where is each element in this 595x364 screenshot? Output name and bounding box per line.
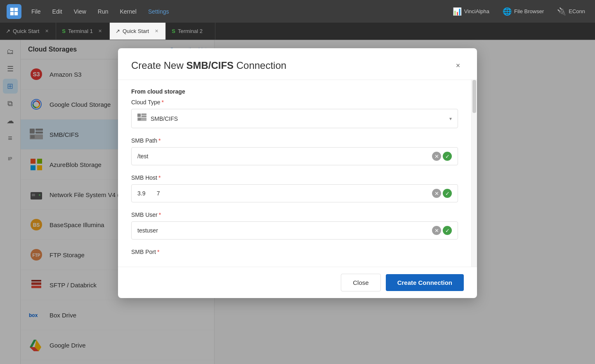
dialog-header: Create New SMB/CIFS Connection × [118, 48, 477, 80]
menu-view[interactable]: View [69, 6, 91, 17]
menu-bar: File Edit View Run Kernel Settings 📊 Vin… [0, 0, 595, 23]
tab-label-3: Terminal 2 [178, 28, 203, 34]
dialog-scroll: From cloud storage Cloud Type* [118, 80, 471, 267]
svg-rect-33 [142, 115, 146, 117]
cloud-type-select-icon [137, 113, 146, 124]
form-group-cloud-type: Cloud Type* [131, 99, 458, 128]
tab-icon-1: S [62, 28, 66, 34]
smb-user-input[interactable] [137, 227, 432, 234]
tab-close-2[interactable]: ✕ [153, 28, 160, 35]
dialog-title-prefix: Create New [131, 60, 186, 71]
smb-user-label: SMB User* [131, 211, 458, 218]
smb-path-confirm-button[interactable]: ✓ [443, 152, 452, 161]
econn-icon: 🔌 [557, 7, 566, 16]
dialog-title-suffix: Connection [234, 60, 286, 71]
tab-label-0: Quick Start [13, 28, 39, 34]
dialog-body: From cloud storage Cloud Type* [118, 80, 477, 267]
app-icon [7, 4, 21, 19]
smb-path-label: SMB Path* [131, 137, 458, 144]
econn-button[interactable]: 🔌 EConn [554, 5, 588, 18]
tab-close-1[interactable]: ✕ [97, 28, 104, 35]
econn-label: EConn [569, 8, 585, 14]
dialog-overlay: Create New SMB/CIFS Connection × From cl… [0, 40, 595, 364]
svg-rect-32 [142, 113, 146, 115]
vinci-alpha-button[interactable]: 📊 VinciAlpha [449, 5, 493, 18]
tab-close-0[interactable]: ✕ [43, 28, 50, 35]
menu-settings[interactable]: Settings [143, 6, 174, 17]
svg-rect-3 [14, 12, 18, 15]
tab-label-2: Quick Start [123, 28, 149, 34]
tab-bar: ↗ Quick Start ✕ S Terminal 1 ✕ ↗ Quick S… [0, 23, 595, 40]
file-browser-label: File Browser [514, 8, 544, 14]
tab-icon-0: ↗ [6, 28, 10, 34]
svg-rect-2 [10, 12, 14, 15]
tab-icon-3: S [172, 28, 175, 34]
smb-user-field: ✕ ✓ [131, 221, 458, 240]
tab-terminal-2[interactable]: S Terminal 2 [166, 23, 215, 40]
smb-host-field: ✕ ✓ [131, 184, 458, 202]
vinci-alpha-icon: 📊 [453, 7, 462, 16]
svg-rect-31 [137, 113, 141, 117]
cloud-type-label: Cloud Type* [131, 99, 458, 106]
tab-quick-start-1[interactable]: ↗ Quick Start ✕ [0, 23, 56, 40]
smb-user-clear-button[interactable]: ✕ [432, 226, 441, 235]
smb-host-label: SMB Host* [131, 174, 458, 181]
create-connection-button[interactable]: Create Connection [386, 274, 464, 291]
vinci-alpha-label: VinciAlpha [464, 8, 489, 14]
svg-rect-0 [10, 7, 14, 11]
svg-rect-1 [14, 7, 18, 11]
cloud-type-select[interactable]: SMB/CIFS ▾ [131, 109, 458, 128]
menu-run[interactable]: Run [93, 6, 113, 17]
menu-file[interactable]: File [26, 6, 46, 17]
create-connection-dialog: Create New SMB/CIFS Connection × From cl… [118, 48, 477, 298]
dialog-title-bold: SMB/CIFS [186, 60, 234, 71]
dialog-title: Create New SMB/CIFS Connection [131, 60, 286, 71]
file-browser-button[interactable]: 🌐 File Browser [499, 5, 547, 18]
menu-kernel[interactable]: Kernel [115, 6, 141, 17]
menu-right: 📊 VinciAlpha 🌐 File Browser 🔌 EConn [449, 5, 588, 18]
svg-rect-35 [138, 118, 141, 120]
dialog-close-button[interactable]: × [452, 60, 464, 71]
smb-host-confirm-button[interactable]: ✓ [443, 189, 452, 198]
smb-port-label: SMB Port* [131, 249, 458, 255]
smb-path-actions: ✕ ✓ [432, 152, 452, 161]
chevron-down-icon: ▾ [449, 116, 452, 122]
tab-icon-2: ↗ [116, 28, 120, 34]
close-button[interactable]: Close [341, 274, 380, 291]
form-group-smb-user: SMB User* ✕ ✓ [131, 211, 458, 240]
tab-quick-start-2[interactable]: ↗ Quick Start ✕ [110, 23, 166, 40]
form-group-smb-path: SMB Path* ✕ ✓ [131, 137, 458, 165]
main-content: 🗂 ☰ ⊞ ⧉ ☁ ≡ IP Cloud Storages Connection… [0, 40, 595, 364]
scrollbar-thumb [472, 80, 476, 113]
file-browser-icon: 🌐 [503, 7, 512, 16]
dialog-footer: Close Create Connection [118, 267, 477, 298]
menu-edit[interactable]: Edit [47, 6, 67, 17]
form-group-smb-port: SMB Port* [131, 249, 458, 255]
smb-host-clear-button[interactable]: ✕ [432, 189, 441, 198]
from-cloud-label: From cloud storage [131, 80, 458, 99]
smb-user-confirm-button[interactable]: ✓ [443, 226, 452, 235]
tab-label-1: Terminal 1 [68, 28, 93, 34]
tab-terminal-1[interactable]: S Terminal 1 ✕ [56, 23, 110, 40]
dialog-scrollbar[interactable] [471, 80, 477, 267]
smb-user-actions: ✕ ✓ [432, 226, 452, 235]
form-group-smb-host: SMB Host* ✕ ✓ [131, 174, 458, 202]
smb-host-input[interactable] [137, 190, 432, 197]
smb-path-field: ✕ ✓ [131, 147, 458, 165]
smb-path-clear-button[interactable]: ✕ [432, 152, 441, 161]
cloud-type-value: SMB/CIFS [151, 115, 445, 122]
smb-host-actions: ✕ ✓ [432, 189, 452, 198]
smb-path-input[interactable] [137, 153, 432, 160]
